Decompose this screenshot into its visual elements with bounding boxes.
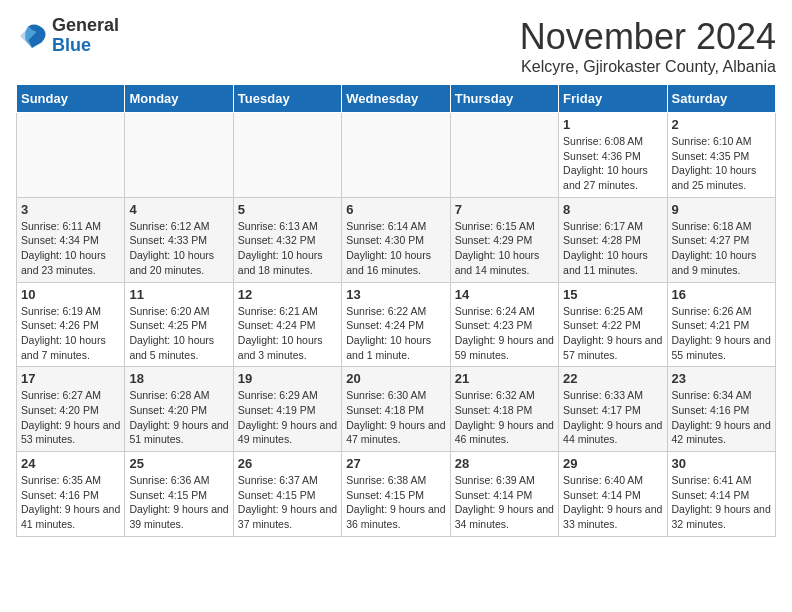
day-cell-4-5: 29Sunrise: 6:40 AM Sunset: 4:14 PM Dayli… bbox=[559, 452, 667, 537]
day-cell-0-0 bbox=[17, 113, 125, 198]
day-cell-0-2 bbox=[233, 113, 341, 198]
day-info: Sunrise: 6:34 AM Sunset: 4:16 PM Dayligh… bbox=[672, 388, 771, 447]
day-cell-4-2: 26Sunrise: 6:37 AM Sunset: 4:15 PM Dayli… bbox=[233, 452, 341, 537]
day-info: Sunrise: 6:17 AM Sunset: 4:28 PM Dayligh… bbox=[563, 219, 662, 278]
week-row-3: 17Sunrise: 6:27 AM Sunset: 4:20 PM Dayli… bbox=[17, 367, 776, 452]
day-info: Sunrise: 6:11 AM Sunset: 4:34 PM Dayligh… bbox=[21, 219, 120, 278]
col-saturday: Saturday bbox=[667, 85, 775, 113]
page-header: General Blue November 2024 Kelcyre, Gjir… bbox=[16, 16, 776, 76]
day-info: Sunrise: 6:10 AM Sunset: 4:35 PM Dayligh… bbox=[672, 134, 771, 193]
day-cell-3-3: 20Sunrise: 6:30 AM Sunset: 4:18 PM Dayli… bbox=[342, 367, 450, 452]
day-cell-1-5: 8Sunrise: 6:17 AM Sunset: 4:28 PM Daylig… bbox=[559, 197, 667, 282]
day-number: 2 bbox=[672, 117, 771, 132]
day-info: Sunrise: 6:22 AM Sunset: 4:24 PM Dayligh… bbox=[346, 304, 445, 363]
day-number: 7 bbox=[455, 202, 554, 217]
day-info: Sunrise: 6:08 AM Sunset: 4:36 PM Dayligh… bbox=[563, 134, 662, 193]
day-cell-2-3: 13Sunrise: 6:22 AM Sunset: 4:24 PM Dayli… bbox=[342, 282, 450, 367]
logo-blue: Blue bbox=[52, 36, 119, 56]
col-wednesday: Wednesday bbox=[342, 85, 450, 113]
day-cell-0-3 bbox=[342, 113, 450, 198]
header-row: Sunday Monday Tuesday Wednesday Thursday… bbox=[17, 85, 776, 113]
day-number: 29 bbox=[563, 456, 662, 471]
day-cell-1-0: 3Sunrise: 6:11 AM Sunset: 4:34 PM Daylig… bbox=[17, 197, 125, 282]
week-row-2: 10Sunrise: 6:19 AM Sunset: 4:26 PM Dayli… bbox=[17, 282, 776, 367]
day-info: Sunrise: 6:28 AM Sunset: 4:20 PM Dayligh… bbox=[129, 388, 228, 447]
day-info: Sunrise: 6:27 AM Sunset: 4:20 PM Dayligh… bbox=[21, 388, 120, 447]
day-number: 15 bbox=[563, 287, 662, 302]
day-info: Sunrise: 6:35 AM Sunset: 4:16 PM Dayligh… bbox=[21, 473, 120, 532]
day-number: 25 bbox=[129, 456, 228, 471]
day-info: Sunrise: 6:40 AM Sunset: 4:14 PM Dayligh… bbox=[563, 473, 662, 532]
day-info: Sunrise: 6:38 AM Sunset: 4:15 PM Dayligh… bbox=[346, 473, 445, 532]
week-row-4: 24Sunrise: 6:35 AM Sunset: 4:16 PM Dayli… bbox=[17, 452, 776, 537]
day-info: Sunrise: 6:32 AM Sunset: 4:18 PM Dayligh… bbox=[455, 388, 554, 447]
day-cell-3-4: 21Sunrise: 6:32 AM Sunset: 4:18 PM Dayli… bbox=[450, 367, 558, 452]
day-info: Sunrise: 6:20 AM Sunset: 4:25 PM Dayligh… bbox=[129, 304, 228, 363]
day-number: 20 bbox=[346, 371, 445, 386]
day-info: Sunrise: 6:39 AM Sunset: 4:14 PM Dayligh… bbox=[455, 473, 554, 532]
day-info: Sunrise: 6:29 AM Sunset: 4:19 PM Dayligh… bbox=[238, 388, 337, 447]
day-number: 30 bbox=[672, 456, 771, 471]
day-cell-3-6: 23Sunrise: 6:34 AM Sunset: 4:16 PM Dayli… bbox=[667, 367, 775, 452]
logo-text: General Blue bbox=[52, 16, 119, 56]
week-row-1: 3Sunrise: 6:11 AM Sunset: 4:34 PM Daylig… bbox=[17, 197, 776, 282]
logo: General Blue bbox=[16, 16, 119, 56]
day-number: 6 bbox=[346, 202, 445, 217]
day-info: Sunrise: 6:14 AM Sunset: 4:30 PM Dayligh… bbox=[346, 219, 445, 278]
day-cell-4-4: 28Sunrise: 6:39 AM Sunset: 4:14 PM Dayli… bbox=[450, 452, 558, 537]
day-cell-2-6: 16Sunrise: 6:26 AM Sunset: 4:21 PM Dayli… bbox=[667, 282, 775, 367]
day-info: Sunrise: 6:25 AM Sunset: 4:22 PM Dayligh… bbox=[563, 304, 662, 363]
calendar-header: Sunday Monday Tuesday Wednesday Thursday… bbox=[17, 85, 776, 113]
day-cell-2-1: 11Sunrise: 6:20 AM Sunset: 4:25 PM Dayli… bbox=[125, 282, 233, 367]
day-cell-1-2: 5Sunrise: 6:13 AM Sunset: 4:32 PM Daylig… bbox=[233, 197, 341, 282]
day-number: 24 bbox=[21, 456, 120, 471]
day-number: 28 bbox=[455, 456, 554, 471]
day-info: Sunrise: 6:15 AM Sunset: 4:29 PM Dayligh… bbox=[455, 219, 554, 278]
day-info: Sunrise: 6:37 AM Sunset: 4:15 PM Dayligh… bbox=[238, 473, 337, 532]
day-info: Sunrise: 6:36 AM Sunset: 4:15 PM Dayligh… bbox=[129, 473, 228, 532]
col-sunday: Sunday bbox=[17, 85, 125, 113]
col-thursday: Thursday bbox=[450, 85, 558, 113]
day-cell-0-5: 1Sunrise: 6:08 AM Sunset: 4:36 PM Daylig… bbox=[559, 113, 667, 198]
day-info: Sunrise: 6:24 AM Sunset: 4:23 PM Dayligh… bbox=[455, 304, 554, 363]
day-number: 22 bbox=[563, 371, 662, 386]
day-cell-3-5: 22Sunrise: 6:33 AM Sunset: 4:17 PM Dayli… bbox=[559, 367, 667, 452]
day-info: Sunrise: 6:12 AM Sunset: 4:33 PM Dayligh… bbox=[129, 219, 228, 278]
day-number: 17 bbox=[21, 371, 120, 386]
title-area: November 2024 Kelcyre, Gjirokaster Count… bbox=[520, 16, 776, 76]
day-cell-3-2: 19Sunrise: 6:29 AM Sunset: 4:19 PM Dayli… bbox=[233, 367, 341, 452]
day-number: 21 bbox=[455, 371, 554, 386]
day-number: 26 bbox=[238, 456, 337, 471]
col-tuesday: Tuesday bbox=[233, 85, 341, 113]
day-cell-1-1: 4Sunrise: 6:12 AM Sunset: 4:33 PM Daylig… bbox=[125, 197, 233, 282]
logo-general: General bbox=[52, 16, 119, 36]
subtitle: Kelcyre, Gjirokaster County, Albania bbox=[520, 58, 776, 76]
day-info: Sunrise: 6:26 AM Sunset: 4:21 PM Dayligh… bbox=[672, 304, 771, 363]
day-number: 27 bbox=[346, 456, 445, 471]
day-cell-1-3: 6Sunrise: 6:14 AM Sunset: 4:30 PM Daylig… bbox=[342, 197, 450, 282]
day-number: 23 bbox=[672, 371, 771, 386]
day-cell-1-4: 7Sunrise: 6:15 AM Sunset: 4:29 PM Daylig… bbox=[450, 197, 558, 282]
day-number: 11 bbox=[129, 287, 228, 302]
day-number: 4 bbox=[129, 202, 228, 217]
day-info: Sunrise: 6:30 AM Sunset: 4:18 PM Dayligh… bbox=[346, 388, 445, 447]
day-number: 13 bbox=[346, 287, 445, 302]
day-cell-4-1: 25Sunrise: 6:36 AM Sunset: 4:15 PM Dayli… bbox=[125, 452, 233, 537]
day-number: 18 bbox=[129, 371, 228, 386]
day-info: Sunrise: 6:21 AM Sunset: 4:24 PM Dayligh… bbox=[238, 304, 337, 363]
week-row-0: 1Sunrise: 6:08 AM Sunset: 4:36 PM Daylig… bbox=[17, 113, 776, 198]
day-number: 14 bbox=[455, 287, 554, 302]
day-info: Sunrise: 6:33 AM Sunset: 4:17 PM Dayligh… bbox=[563, 388, 662, 447]
day-cell-0-4 bbox=[450, 113, 558, 198]
col-friday: Friday bbox=[559, 85, 667, 113]
day-info: Sunrise: 6:19 AM Sunset: 4:26 PM Dayligh… bbox=[21, 304, 120, 363]
day-number: 3 bbox=[21, 202, 120, 217]
day-cell-3-1: 18Sunrise: 6:28 AM Sunset: 4:20 PM Dayli… bbox=[125, 367, 233, 452]
calendar-body: 1Sunrise: 6:08 AM Sunset: 4:36 PM Daylig… bbox=[17, 113, 776, 537]
day-info: Sunrise: 6:41 AM Sunset: 4:14 PM Dayligh… bbox=[672, 473, 771, 532]
day-cell-4-0: 24Sunrise: 6:35 AM Sunset: 4:16 PM Dayli… bbox=[17, 452, 125, 537]
day-number: 9 bbox=[672, 202, 771, 217]
day-cell-3-0: 17Sunrise: 6:27 AM Sunset: 4:20 PM Dayli… bbox=[17, 367, 125, 452]
day-number: 1 bbox=[563, 117, 662, 132]
day-number: 12 bbox=[238, 287, 337, 302]
